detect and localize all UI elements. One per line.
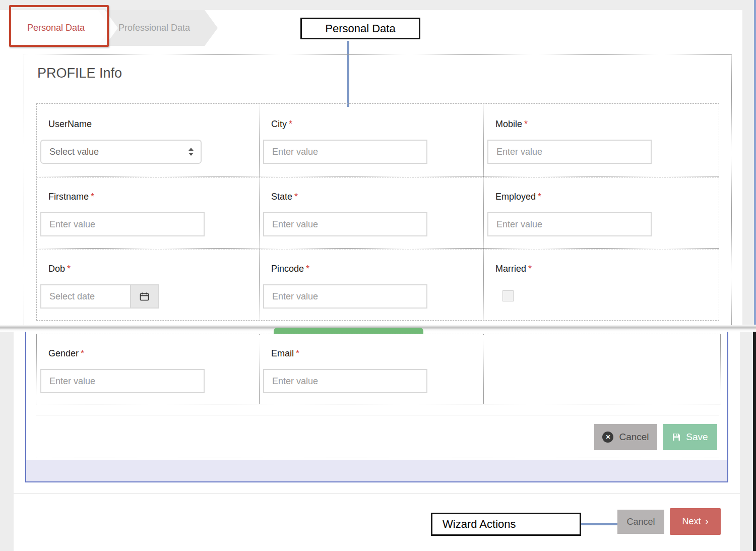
callout-connector-line: [581, 523, 617, 525]
city-input[interactable]: [263, 140, 427, 164]
save-floppy-icon: [672, 433, 681, 442]
calendar-icon: [139, 291, 150, 302]
field-pincode: Pincode*: [259, 249, 483, 320]
field-employed: Employed*: [483, 176, 719, 248]
annotation-highlight-box: [9, 5, 109, 47]
field-label: Firstname: [48, 192, 89, 202]
calendar-button[interactable]: [130, 284, 159, 309]
field-label: Pincode: [271, 264, 304, 274]
panel-footer-band: [26, 460, 727, 481]
employed-input[interactable]: [487, 212, 652, 236]
profile-title: PROFILE Info: [37, 66, 122, 81]
top-screenshot-section: Professional Data Personal Data Personal…: [0, 0, 756, 326]
field-firstname: Firstname*: [37, 176, 259, 248]
footer-divider: [14, 493, 740, 494]
state-input[interactable]: [263, 212, 427, 236]
field-state: State*: [259, 176, 483, 248]
field-label: City: [271, 119, 287, 129]
bottom-dotted-divider: [36, 458, 719, 458]
pincode-input[interactable]: [263, 284, 427, 309]
email-input[interactable]: [263, 369, 427, 393]
personal-data-callout: Personal Data: [300, 18, 420, 39]
field-mobile: Mobile*: [483, 104, 719, 176]
profile-form-grid: UserName Select value City* Mobile* Firs…: [36, 103, 719, 321]
form-row: Dob* Pincode* Married*: [37, 248, 719, 320]
dob-input[interactable]: [40, 284, 130, 309]
right-margin: [742, 0, 754, 326]
window-edge: [754, 0, 756, 326]
form-row: UserName Select value City* Mobile*: [37, 104, 719, 176]
cancel-button[interactable]: ✕ Cancel: [594, 424, 657, 450]
bottom-screenshot-section: Gender* Email* ✕ Cancel Save Wizard A: [0, 332, 756, 551]
wizard-actions-callout: Wizard Actions: [431, 513, 581, 536]
profile-form-grid-continued: Gender* Email*: [36, 334, 721, 404]
wizard-next-button[interactable]: Next ›: [670, 508, 721, 535]
gender-input[interactable]: [40, 369, 205, 393]
field-label: Married: [495, 264, 526, 274]
form-panel: Gender* Email* ✕ Cancel Save: [25, 332, 728, 482]
field-label: Email: [271, 348, 294, 358]
field-married: Married*: [483, 249, 719, 320]
save-button[interactable]: Save: [663, 424, 717, 450]
field-label: Gender: [48, 348, 79, 358]
page-top-strip: [0, 0, 756, 10]
field-username: UserName Select value: [37, 104, 259, 176]
select-arrows-icon: [188, 148, 194, 156]
field-label: Dob: [48, 264, 65, 274]
username-select[interactable]: Select value: [40, 140, 202, 164]
field-email: Email*: [259, 334, 483, 404]
field-gender: Gender*: [37, 334, 259, 404]
tab-professional-label: Professional Data: [118, 23, 190, 33]
actions-divider: [36, 415, 719, 415]
field-label: Mobile: [495, 119, 522, 129]
mobile-input[interactable]: [487, 140, 652, 164]
form-row: Firstname* State* Employed*: [37, 176, 719, 248]
window-edge: [753, 332, 756, 551]
field-label: Employed: [495, 192, 536, 202]
empty-cell: [483, 334, 720, 404]
form-actions: ✕ Cancel Save: [594, 424, 717, 450]
field-label: UserName: [48, 119, 92, 129]
field-dob: Dob*: [37, 249, 259, 320]
cancel-circle-icon: ✕: [602, 432, 613, 443]
married-checkbox[interactable]: [502, 290, 514, 301]
next-chevron-icon: ›: [706, 516, 709, 527]
scrollbar-track[interactable]: [740, 332, 753, 551]
green-partial-element: [274, 328, 423, 334]
firstname-input[interactable]: [40, 212, 205, 236]
field-label: State: [271, 192, 292, 202]
field-city: City*: [259, 104, 483, 176]
left-margin: [0, 332, 14, 551]
wizard-cancel-button[interactable]: Cancel: [617, 510, 664, 534]
